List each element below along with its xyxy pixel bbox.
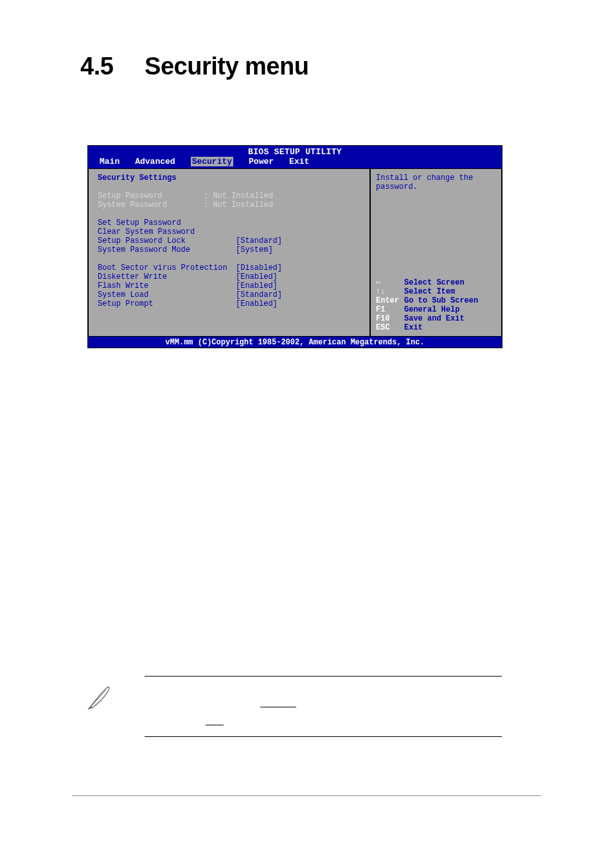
system-password-row: System Password: Not Installed xyxy=(98,200,363,209)
bios-title: BIOS SETUP UTILITY xyxy=(88,146,502,157)
page-heading: 4.5 Security menu xyxy=(80,53,308,80)
tab-main[interactable]: Main xyxy=(100,157,120,166)
setup-password-row: Setup Password: Not Installed xyxy=(98,191,363,200)
field-value: [Standard] xyxy=(236,236,282,245)
boot-sector-virus-row[interactable]: Boot Sector virus Protection[Disabled] xyxy=(98,263,363,272)
clear-system-password-row[interactable]: Clear System Password xyxy=(98,227,363,236)
bios-footer: vMM.mm (C)Copyright 1985-2002, American … xyxy=(88,337,502,348)
bios-screenshot: BIOS SETUP UTILITY Main Advanced Securit… xyxy=(87,145,502,348)
field-label: Clear System Password xyxy=(98,227,236,236)
note-rule-bottom xyxy=(145,736,502,737)
nav-text: Exit xyxy=(404,323,423,332)
field-value: [Enabled] xyxy=(236,281,278,290)
heading-title: Security menu xyxy=(145,53,308,80)
note-underline-2 xyxy=(206,725,224,725)
field-label: Set Setup Password xyxy=(98,218,236,227)
field-label: System Password Mode xyxy=(98,245,236,254)
field-label: Setup Password xyxy=(98,191,204,200)
system-load-row[interactable]: System Load[Standard] xyxy=(98,290,363,299)
page-footer-rule xyxy=(72,795,541,796)
nav-text: Select Screen xyxy=(404,278,465,287)
bios-right-pane: Install or change the password. ↔Select … xyxy=(370,168,502,337)
nav-key: ↔ xyxy=(376,278,404,287)
bios-tab-bar: Main Advanced Security Power Exit xyxy=(88,157,502,168)
tab-exit[interactable]: Exit xyxy=(289,157,309,166)
bios-left-pane: Security Settings Setup Password: Not In… xyxy=(88,168,370,337)
feather-pen-icon xyxy=(85,684,114,712)
note-underline-1 xyxy=(260,707,296,707)
setup-password-lock-row[interactable]: Setup Password Lock[Standard] xyxy=(98,236,363,245)
field-label: Flash Write xyxy=(98,281,236,290)
tab-advanced[interactable]: Advanced xyxy=(135,157,175,166)
setup-prompt-row[interactable]: Setup Prompt[Enabled] xyxy=(98,299,363,308)
nav-text: Save and Exit xyxy=(404,314,465,323)
field-value: [Standard] xyxy=(236,290,282,299)
flash-write-row[interactable]: Flash Write[Enabled] xyxy=(98,281,363,290)
field-label: Setup Password Lock xyxy=(98,236,236,245)
field-label: Boot Sector virus Protection xyxy=(98,263,236,272)
nav-key: ESC xyxy=(376,323,404,332)
set-setup-password-row[interactable]: Set Setup Password xyxy=(98,218,363,227)
section-title: Security Settings xyxy=(98,173,363,182)
nav-text: Go to Sub Screen xyxy=(404,296,478,305)
field-value: Not Installed xyxy=(213,200,273,209)
field-value: [System] xyxy=(236,245,273,254)
nav-key: Enter xyxy=(376,296,404,305)
nav-text: General Help xyxy=(404,305,459,314)
disketter-write-row[interactable]: Disketter Write[Enabled] xyxy=(98,272,363,281)
note-rule-top xyxy=(145,676,502,677)
heading-number: 4.5 xyxy=(80,53,138,80)
field-label: Disketter Write xyxy=(98,272,236,281)
field-value: [Enabled] xyxy=(236,299,278,308)
field-value: [Enabled] xyxy=(236,272,278,281)
nav-help-block: ↔Select Screen ↑↓Select Item EnterGo to … xyxy=(376,278,496,332)
tab-security[interactable]: Security xyxy=(191,157,233,166)
field-value: Not Installed xyxy=(213,191,273,200)
field-label: Setup Prompt xyxy=(98,299,236,308)
nav-key: ↑↓ xyxy=(376,287,404,296)
nav-key: F10 xyxy=(376,314,404,323)
tab-power[interactable]: Power xyxy=(249,157,274,166)
system-password-mode-row[interactable]: System Password Mode[System] xyxy=(98,245,363,254)
nav-text: Select Item xyxy=(404,287,455,296)
field-label: System Password xyxy=(98,200,204,209)
nav-key: F1 xyxy=(376,305,404,314)
context-help-text: Install or change the password. xyxy=(376,173,496,191)
field-label: System Load xyxy=(98,290,236,299)
field-value: [Disabled] xyxy=(236,263,282,272)
